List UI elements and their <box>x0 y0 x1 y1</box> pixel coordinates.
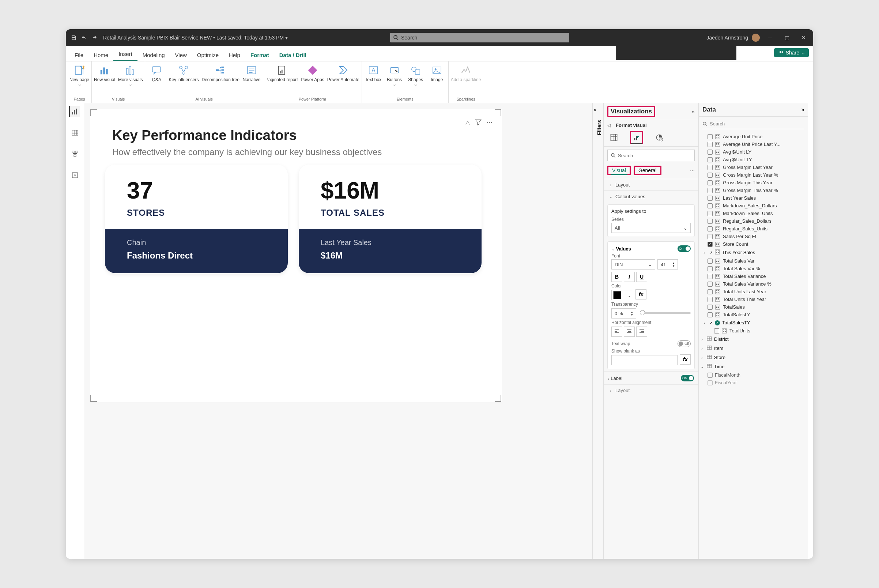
field-item[interactable]: Gross Margin This Year % <box>708 186 806 194</box>
checkbox[interactable] <box>708 258 712 264</box>
font-size-input[interactable]: 41▴▾ <box>657 259 678 270</box>
field-item[interactable]: Total Sales Var <box>708 257 806 265</box>
expand-pane-icon[interactable]: » <box>692 109 695 114</box>
checkbox[interactable] <box>708 373 712 378</box>
values-toggle[interactable]: On <box>678 245 691 252</box>
avatar[interactable] <box>752 34 760 42</box>
field-item[interactable]: Average Unit Price <box>708 133 806 140</box>
expand-pane-icon[interactable]: » <box>801 106 804 113</box>
ribbon-text-box[interactable]: AText box <box>364 64 382 87</box>
subtab-visual[interactable]: Visual <box>610 167 627 175</box>
section-layout-2[interactable]: ›Layout <box>604 384 698 396</box>
label-toggle[interactable]: On <box>681 375 694 381</box>
checkbox[interactable] <box>708 289 712 294</box>
fx-button[interactable]: fx <box>636 289 646 300</box>
field-group[interactable]: ›↗✓TotalSalesTY <box>702 318 806 327</box>
dax-view-icon[interactable] <box>69 170 81 181</box>
field-item[interactable]: Store Count <box>708 240 806 248</box>
ribbon-qna[interactable]: Q&A <box>147 64 166 82</box>
visual-selection[interactable]: △ ⋯ Key Performance Indicators How effec… <box>90 109 502 402</box>
table-group[interactable]: ›District <box>699 334 806 344</box>
checkbox[interactable] <box>708 266 712 272</box>
close-button[interactable]: ✕ <box>797 31 810 44</box>
field-item[interactable]: Avg $/Unit TY <box>708 156 806 164</box>
filter-icon[interactable] <box>475 119 482 127</box>
field-item[interactable]: Total Units This Year <box>708 296 806 303</box>
checkbox[interactable] <box>708 211 712 216</box>
maximize-button[interactable]: ▢ <box>780 31 794 44</box>
field-item[interactable]: Avg $/Unit LY <box>708 148 806 156</box>
section-layout[interactable]: ›Layout <box>604 179 698 190</box>
checkbox[interactable] <box>708 274 712 279</box>
field-item[interactable]: Gross Margin Last Year <box>708 164 806 171</box>
field-item[interactable]: TotalSalesLY <box>708 311 806 318</box>
resize-handle-tl[interactable] <box>90 110 95 114</box>
build-visual-tab[interactable] <box>608 131 621 144</box>
table-group[interactable]: ⌄Time <box>699 362 806 371</box>
table-group[interactable]: ›Item <box>699 344 806 353</box>
checkbox[interactable] <box>708 312 712 317</box>
field-item[interactable]: Markdown_Sales_Units <box>708 210 806 217</box>
underline-button[interactable]: U <box>636 272 647 282</box>
align-left-button[interactable] <box>611 327 622 337</box>
ribbon-paginated-report[interactable]: Paginated report <box>266 64 298 82</box>
transparency-input[interactable]: 0 %▴▾ <box>611 308 636 318</box>
undo-icon[interactable] <box>79 33 89 43</box>
color-picker[interactable]: ⌄ <box>611 290 633 300</box>
checkbox[interactable] <box>708 242 712 247</box>
series-dropdown[interactable]: All⌄ <box>611 223 691 233</box>
field-item[interactable]: Regular_Sales_Dollars <box>708 217 806 225</box>
field-item[interactable]: Total Sales Var % <box>708 265 806 272</box>
kpi-card-sales[interactable]: $16M TOTAL SALES Last Year Sales $16M <box>299 165 482 273</box>
ribbon-new-page[interactable]: ✶ New page ⌵ <box>69 64 89 87</box>
ribbon-power-apps[interactable]: Power Apps <box>301 64 324 82</box>
checkbox[interactable] <box>708 297 712 302</box>
bold-button[interactable]: B <box>611 272 622 282</box>
tab-home[interactable]: Home <box>88 48 113 61</box>
field-item[interactable]: Gross Margin This Year <box>708 179 806 186</box>
align-center-button[interactable] <box>624 327 635 337</box>
ribbon-decomposition-tree[interactable]: Decomposition tree <box>201 64 239 82</box>
save-icon[interactable] <box>69 33 79 43</box>
field-item[interactable]: FiscalMonth <box>708 371 806 379</box>
field-item[interactable]: Regular_Sales_Units <box>708 225 806 232</box>
section-label[interactable]: › Label On <box>604 372 698 384</box>
data-search[interactable]: Search <box>702 119 804 129</box>
checkbox[interactable] <box>708 172 712 178</box>
ribbon-power-automate[interactable]: Power Automate <box>327 64 359 82</box>
showblank-input[interactable] <box>611 355 678 365</box>
report-canvas[interactable]: △ ⋯ Key Performance Indicators How effec… <box>84 103 592 559</box>
field-item[interactable]: Gross Margin Last Year % <box>708 171 806 179</box>
user-name[interactable]: Jaeden Armstrong <box>706 35 748 40</box>
table-group[interactable]: ›Store <box>699 353 806 362</box>
checkbox[interactable] <box>708 165 712 170</box>
checkbox[interactable] <box>708 150 712 154</box>
tab-insert[interactable]: Insert <box>113 47 138 61</box>
checkbox[interactable] <box>708 226 712 231</box>
resize-handle-bl[interactable] <box>90 398 95 402</box>
field-item[interactable]: Markdown_Sales_Dollars <box>708 202 806 210</box>
minimize-button[interactable]: ─ <box>764 31 777 44</box>
field-item[interactable]: Average Unit Price Last Y... <box>708 140 806 148</box>
tab-file[interactable]: File <box>69 48 88 61</box>
ribbon-shapes[interactable]: Shapes ⌵ <box>406 64 425 87</box>
document-title[interactable]: Retail Analysis Sample PBIX Blair Servic… <box>103 35 288 40</box>
ribbon-narrative[interactable]: Narrative <box>242 64 261 82</box>
global-search[interactable]: Search <box>390 33 569 42</box>
more-options-icon[interactable]: ⋯ <box>690 168 695 173</box>
checkbox[interactable] <box>708 219 712 224</box>
checkbox[interactable] <box>708 188 712 193</box>
checkbox[interactable] <box>708 380 712 386</box>
checkbox[interactable] <box>708 234 712 239</box>
italic-button[interactable]: I <box>624 272 635 282</box>
field-item[interactable]: TotalSales <box>708 303 806 311</box>
redo-icon[interactable] <box>89 33 99 43</box>
table-view-icon[interactable] <box>69 127 81 138</box>
tab-optimize[interactable]: Optimize <box>192 48 224 61</box>
format-search[interactable]: Search <box>608 150 695 161</box>
checkbox[interactable] <box>708 134 712 140</box>
field-item[interactable]: Total Units Last Year <box>708 288 806 296</box>
checkbox[interactable] <box>708 304 712 310</box>
tab-format[interactable]: Format <box>245 48 274 61</box>
checkbox[interactable] <box>708 203 712 208</box>
